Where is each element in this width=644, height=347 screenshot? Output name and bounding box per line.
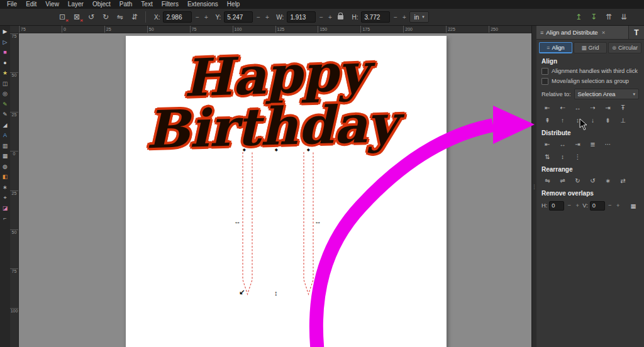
raise-icon[interactable]: ⇈ — [602, 11, 615, 23]
selection-node-handle[interactable]: ◆ — [243, 146, 246, 153]
selector-tool[interactable]: ▶ — [1, 28, 9, 36]
calligraphy-tool[interactable]: ◢ — [1, 121, 9, 129]
distribute-top-edges-icon[interactable]: ⇅ — [541, 151, 554, 162]
v-gap-input[interactable]: 0 — [590, 201, 605, 211]
rearrange-exchange-zorder-icon[interactable]: ⇌ — [556, 175, 569, 185]
selection-node-handle[interactable]: ◆ — [275, 146, 278, 153]
menu-object[interactable]: Object — [88, 0, 115, 9]
menu-path[interactable]: Path — [115, 0, 137, 9]
pencil-tool[interactable]: ✎ — [1, 101, 9, 109]
cake-topper-stick-right[interactable] — [304, 152, 313, 294]
tab-grid[interactable]: ▦ Grid — [574, 42, 607, 53]
spiral-tool[interactable]: ◎ — [1, 90, 9, 98]
scale-handle-bottom[interactable]: ↕ — [274, 290, 278, 297]
align-text-anchor-icon[interactable]: Ŧ — [616, 102, 630, 113]
menu-help[interactable]: Help — [223, 0, 245, 9]
w-plus-button[interactable]: + — [326, 14, 333, 21]
align-bottom-edge-anchor-icon[interactable]: ⇟ — [601, 115, 614, 125]
text-tool[interactable]: A — [1, 131, 9, 140]
distribute-remove-gaps-icon[interactable]: ⋯ — [601, 139, 614, 149]
paint-bucket-tool[interactable]: ◧ — [1, 173, 9, 181]
move-as-group-option[interactable]: Move/align selection as group — [536, 76, 644, 86]
distribute-centers-horizontal-icon[interactable]: ↔ — [556, 139, 569, 149]
measure-tool[interactable]: ⌖ — [1, 194, 9, 202]
menu-layer[interactable]: Layer — [64, 0, 88, 9]
distribute-centers-vertical-icon[interactable]: ↕ — [556, 151, 569, 162]
cake-topper-stick-left[interactable] — [243, 152, 252, 294]
alignment-handles-option[interactable]: Alignment handles with third click — [536, 66, 644, 76]
gradient-tool[interactable]: ▥ — [1, 142, 9, 150]
h-gap-input[interactable]: 0 — [549, 201, 564, 211]
h-input[interactable]: 3.772 — [361, 11, 390, 23]
menu-filters[interactable]: Filters — [157, 0, 183, 9]
y-minus-button[interactable]: − — [255, 14, 262, 21]
scale-handle-right[interactable]: ↔ — [314, 218, 321, 225]
x-plus-button[interactable]: + — [203, 14, 209, 21]
pen-tool[interactable]: ✎ — [1, 111, 9, 119]
y-input[interactable]: 5.247 — [224, 11, 253, 23]
tab-align-and-distribute[interactable]: ≡ Align and Distribute × — [536, 26, 629, 39]
dock-resize-handle[interactable]: ⋮ — [531, 26, 536, 347]
rearrange-rotate-ccw-icon[interactable]: ↺ — [586, 175, 599, 185]
unit-dropdown[interactable]: in ▾ — [409, 11, 428, 23]
rearrange-unclump-icon[interactable]: ⇄ — [616, 175, 630, 185]
deselect-icon[interactable]: ⊠× — [70, 11, 83, 23]
h-gap-minus-button[interactable]: − — [566, 202, 572, 209]
align-right-edge-anchor-icon[interactable]: ⇥ — [601, 102, 614, 113]
connector-tool[interactable]: ⌐ — [1, 214, 9, 223]
align-left-edges-icon[interactable]: ⇠ — [556, 102, 569, 113]
rectangle-tool[interactable]: ■ — [1, 48, 9, 57]
w-input[interactable]: 1.913 — [287, 11, 316, 23]
h-plus-button[interactable]: + — [401, 14, 408, 21]
lower-to-bottom-icon[interactable]: ↧ — [587, 11, 600, 23]
scale-handle-bottom-left[interactable]: ↙ — [239, 289, 245, 295]
align-bottom-edges-icon[interactable]: ↓ — [586, 115, 599, 125]
menu-view[interactable]: View — [41, 0, 64, 9]
lower-icon[interactable]: ⇊ — [618, 11, 630, 23]
tab-text-and-font[interactable]: T — [629, 26, 644, 39]
menu-file[interactable]: File — [3, 0, 21, 9]
remove-overlaps-button[interactable]: ▦ — [628, 201, 639, 211]
align-center-vertical-icon[interactable]: ↕ — [571, 115, 584, 125]
node-tool[interactable]: ▷ — [1, 38, 9, 47]
w-minus-button[interactable]: − — [318, 14, 325, 21]
horizontal-ruler[interactable]: 75 0 25 50 75 100 125 150 175 200 225 25… — [19, 26, 531, 33]
menu-extensions[interactable]: Extensions — [183, 0, 223, 9]
relative-to-dropdown[interactable]: Selection Area ▾ — [574, 89, 639, 99]
v-gap-minus-button[interactable]: − — [607, 202, 613, 209]
h-minus-button[interactable]: − — [392, 14, 399, 21]
rearrange-rotate-cw-icon[interactable]: ↻ — [571, 175, 584, 185]
box3d-tool[interactable]: ◫ — [1, 80, 9, 88]
flip-horizontal-icon[interactable]: ⇋ — [114, 11, 126, 23]
star-tool[interactable]: ★ — [1, 69, 9, 77]
rotate-ccw-icon[interactable]: ↺ — [85, 11, 97, 23]
distribute-left-edges-icon[interactable]: ⇤ — [541, 139, 554, 149]
mesh-tool[interactable]: ▦ — [1, 152, 9, 160]
flip-vertical-icon[interactable]: ⇵ — [128, 11, 141, 23]
eraser-tool[interactable]: ◪ — [1, 204, 9, 212]
align-left-edge-anchor-icon[interactable]: ⇤ — [541, 102, 554, 113]
x-minus-button[interactable]: − — [194, 14, 201, 21]
move-as-group-toggle[interactable] — [541, 78, 548, 85]
alignment-handles-toggle[interactable] — [541, 68, 548, 75]
align-top-edge-anchor-icon[interactable]: ⇞ — [541, 115, 554, 125]
y-plus-button[interactable]: + — [264, 14, 270, 21]
vertical-ruler[interactable]: 75 50 25 0 25 50 75 100 — [10, 33, 19, 347]
align-top-edges-icon[interactable]: ↑ — [556, 115, 569, 125]
distribute-right-edges-icon[interactable]: ⇥ — [571, 139, 584, 149]
ellipse-tool[interactable]: ● — [1, 59, 9, 67]
tab-circular[interactable]: ⊚ Circular — [608, 42, 641, 53]
menu-text[interactable]: Text — [136, 0, 157, 9]
v-gap-plus-button[interactable]: + — [615, 202, 621, 209]
dropper-tool[interactable]: ◍ — [1, 163, 9, 171]
canvas[interactable]: Happy Birthday ◆ ◆ ◆ ↔ ↔ ↕ ↙ ↘ — [19, 33, 531, 347]
rearrange-randomize-icon[interactable]: ∗ — [601, 175, 614, 185]
scale-handle-bottom-right[interactable]: ↘ — [312, 289, 318, 295]
menu-edit[interactable]: Edit — [21, 0, 41, 9]
distribute-equal-gaps-horizontal-icon[interactable]: ≣ — [586, 139, 599, 149]
scale-handle-left[interactable]: ↔ — [234, 218, 241, 225]
raise-to-top-icon[interactable]: ↥ — [572, 11, 585, 23]
h-gap-plus-button[interactable]: + — [574, 202, 580, 209]
align-right-edges-icon[interactable]: ⇢ — [586, 102, 599, 113]
align-text-baseline-icon[interactable]: ⊥ — [616, 115, 630, 125]
